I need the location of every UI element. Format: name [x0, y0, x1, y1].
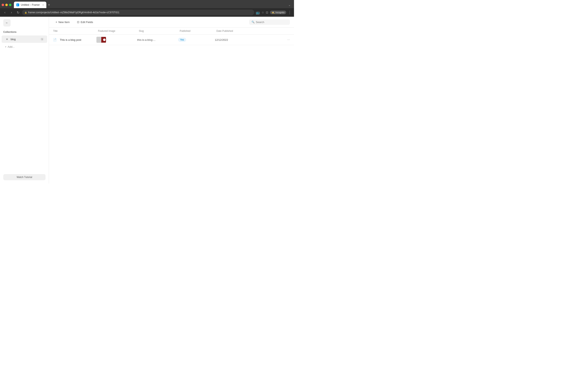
column-date-published: Date Published — [216, 30, 282, 33]
featured-image-thumbnail — [96, 37, 106, 43]
published-badge: Yes — [178, 38, 186, 42]
url-text: framer.com/projects/Untitled--mZ98oDWaPJ… — [28, 11, 120, 14]
search-input[interactable] — [256, 21, 287, 24]
sidebar-toggle-icon[interactable]: ⊡ — [266, 11, 268, 14]
collection-icon: ≡ — [5, 37, 9, 41]
edit-fields-button[interactable]: ⊡ Edit Fields — [75, 19, 95, 25]
back-arrow-icon: ← — [5, 21, 9, 25]
search-box[interactable]: 🔍 — [249, 19, 290, 25]
sidebar-back-area: ← — [0, 17, 49, 29]
sidebar: ← Collections ≡ blog 1 + Add... Watch Tu… — [0, 17, 49, 184]
maximize-window-button[interactable] — [9, 4, 11, 6]
add-icon: + — [5, 45, 7, 48]
back-button[interactable]: ‹ — [2, 10, 7, 15]
column-slug: Slug — [139, 30, 180, 33]
row-title-cell: 📄 This is a blog post — [53, 38, 96, 42]
column-featured-image: Featured Image — [98, 30, 139, 33]
row-more-button[interactable]: ··· — [287, 38, 290, 42]
blog-collection-label: blog — [11, 38, 39, 41]
incognito-label: Incognito — [276, 11, 285, 14]
table-header: Title Featured Image Slug Published Date… — [49, 27, 294, 35]
tab-favicon: F — [16, 3, 19, 6]
row-title-text: This is a blog post — [60, 38, 81, 42]
forward-button[interactable]: › — [9, 10, 14, 15]
svg-text:F: F — [17, 4, 18, 6]
sidebar-item-blog[interactable]: ≡ blog 1 — [2, 35, 47, 43]
new-item-button[interactable]: + New Item — [53, 19, 72, 25]
tab-title: Untitled – Framer — [21, 3, 40, 6]
new-tab-button[interactable]: + — [48, 3, 50, 7]
app-layout: ← Collections ≡ blog 1 + Add... Watch Tu… — [0, 17, 294, 184]
blog-collection-count: 1 — [40, 38, 44, 41]
watch-tutorial-button[interactable]: Watch Tutorial — [3, 174, 45, 180]
column-title: Title — [53, 30, 98, 33]
add-label: Add... — [8, 45, 15, 48]
browser-more-button[interactable]: ⋮ — [288, 10, 292, 15]
search-icon: 🔍 — [251, 21, 255, 24]
add-collection-button[interactable]: + Add... — [2, 44, 47, 50]
reload-button[interactable]: ↻ — [16, 10, 20, 15]
row-featured-image-cell — [96, 37, 137, 43]
cast-icon[interactable]: 📺 — [256, 11, 260, 15]
row-actions-cell: ··· — [282, 38, 290, 42]
browser-chrome: F Untitled – Framer ✕ + ⌄ ‹ › ↻ 🔒 framer… — [0, 0, 294, 17]
new-item-label: New Item — [58, 21, 70, 24]
row-date-cell: 12/12/2022 — [215, 38, 282, 42]
row-slug-cell: this-is-a-blog-... — [137, 38, 178, 42]
back-to-canvas-button[interactable]: ← — [3, 19, 11, 26]
main-content: + New Item ⊡ Edit Fields 🔍 Title Feature… — [49, 17, 294, 184]
main-toolbar: + New Item ⊡ Edit Fields 🔍 — [49, 17, 294, 27]
tab-bar: F Untitled – Framer ✕ + ⌄ — [0, 0, 294, 8]
lock-icon: 🔒 — [25, 11, 27, 14]
tab-expand-button[interactable]: ⌄ — [288, 3, 292, 7]
table-row[interactable]: 📄 This is a blog post this-is-a-blog-...… — [49, 35, 294, 45]
incognito-badge: 🕵 Incognito — [270, 11, 286, 14]
incognito-icon: 🕵 — [272, 11, 275, 14]
url-bar[interactable]: 🔒 framer.com/projects/Untitled--mZ98oDWa… — [22, 9, 254, 15]
collections-label: Collections — [0, 29, 49, 35]
address-bar: ‹ › ↻ 🔒 framer.com/projects/Untitled--mZ… — [0, 8, 294, 17]
edit-fields-label: Edit Fields — [81, 21, 93, 24]
sidebar-footer: Watch Tutorial — [0, 171, 49, 184]
table-container: Title Featured Image Slug Published Date… — [49, 27, 294, 184]
row-doc-icon: 📄 — [53, 38, 57, 42]
minimize-window-button[interactable] — [5, 4, 8, 6]
tab-close-button[interactable]: ✕ — [42, 4, 44, 6]
column-published: Published — [180, 30, 216, 33]
edit-fields-icon: ⊡ — [77, 20, 79, 24]
active-tab[interactable]: F Untitled – Framer ✕ — [14, 2, 46, 8]
row-published-cell: Yes — [178, 38, 215, 42]
bookmark-icon[interactable]: ☆ — [261, 11, 264, 14]
plus-icon: + — [56, 20, 57, 24]
traffic-lights — [2, 4, 11, 6]
close-window-button[interactable] — [2, 4, 4, 6]
browser-toolbar-right: 📺 ☆ ⊡ 🕵 Incognito ⋮ — [256, 10, 292, 15]
